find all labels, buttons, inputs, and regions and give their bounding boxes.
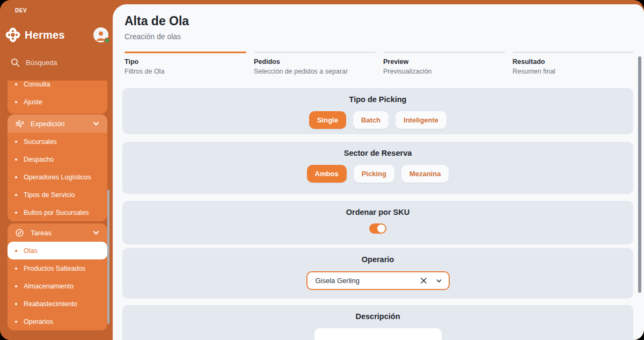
page-title: Alta de Ola	[125, 14, 189, 28]
sidebar-item-operadores-logisticos[interactable]: Operadores Logísticos	[8, 168, 107, 186]
step-progress-bar	[125, 52, 246, 53]
brand-name: Hermes	[25, 29, 65, 41]
option-batch-button[interactable]: Batch	[353, 111, 389, 129]
section-title: Operario	[122, 248, 633, 264]
bullet-icon	[15, 303, 17, 305]
user-avatar[interactable]	[93, 27, 108, 42]
app-shell: DEV Hermes	[0, 0, 644, 340]
option-picking-button[interactable]: Picking	[354, 165, 394, 183]
close-icon	[420, 277, 427, 284]
bullet-icon	[15, 141, 17, 143]
chevron-down-icon	[436, 278, 442, 284]
bullet-icon	[15, 83, 17, 85]
wind-icon	[15, 119, 24, 128]
sidebar-item-reabastecimiento[interactable]: Reabastecimiento	[8, 295, 107, 313]
stepper: Tipo Filtros de Ola Pedidos Selección de…	[125, 52, 634, 75]
sidebar-item-label: Productos Salteados	[24, 265, 85, 272]
step-sublabel: Previsualización	[383, 68, 505, 75]
chevron-down-icon	[92, 120, 100, 127]
sidebar-item-label: Consulta	[24, 81, 50, 88]
step-pedidos[interactable]: Pedidos Selección de pedidos a separar	[254, 52, 376, 75]
sidebar-item-label: Reabastecimiento	[24, 300, 77, 308]
section-title: Ordenar por SKU	[122, 201, 633, 216]
bullet-icon	[15, 194, 17, 196]
sidebar-item-label: Bultos por Sucursales	[24, 209, 89, 216]
bullet-icon	[15, 101, 17, 103]
sidebar-item-label: Operadores Logísticos	[24, 173, 91, 181]
sidebar-item-olas[interactable]: Olas	[8, 242, 107, 259]
menu-group-1: Consulta Ajuste	[8, 81, 107, 114]
option-inteligente-button[interactable]: Inteligente	[396, 111, 447, 129]
sidebar-group-expedicion[interactable]: Expedición	[8, 114, 107, 133]
sidebar-group-label: Expedición	[31, 120, 92, 128]
page-subtitle: Creación de olas	[125, 32, 181, 41]
operario-select[interactable]: Gisela Gerling	[306, 271, 450, 290]
sidebar-item-label: Almacenamiento	[24, 283, 74, 290]
step-sublabel: Resumen final	[513, 68, 634, 75]
step-label: Resultado	[513, 58, 634, 66]
sidebar-group-tareas[interactable]: Tareas	[8, 223, 107, 242]
bullet-icon	[15, 158, 17, 161]
sidebar-item-ajuste[interactable]: Ajuste	[8, 93, 107, 111]
main-content: Alta de Ola Creación de olas Tipo Filtro…	[113, 4, 644, 340]
sidebar-item-operarios[interactable]: Operarios	[8, 313, 107, 330]
section-tipo-de-picking: Tipo de Picking Single Batch Inteligente	[122, 88, 633, 134]
step-label: Tipo	[125, 58, 246, 66]
step-resultado[interactable]: Resultado Resumen final	[513, 52, 634, 75]
sidebar-item-tipos-de-servicio[interactable]: Tipos de Servicio	[8, 186, 107, 204]
search-field[interactable]: Búsqueda	[11, 58, 57, 67]
env-badge: DEV	[15, 8, 27, 13]
step-sublabel: Filtros de Ola	[125, 68, 246, 75]
dropdown-caret-button[interactable]	[436, 278, 442, 284]
sidebar-item-consulta[interactable]: Consulta	[8, 81, 107, 93]
sidebar-item-label: Sucursales	[24, 138, 57, 146]
ordenar-por-sku-toggle[interactable]	[369, 223, 386, 234]
bullet-icon	[15, 250, 17, 252]
sidebar-item-label: Tipos de Servicio	[24, 191, 75, 199]
sidebar-item-productos-salteados[interactable]: Productos Salteados	[8, 259, 107, 277]
option-ambos-button[interactable]: Ambos	[307, 165, 347, 183]
section-title: Descripción	[122, 305, 633, 321]
sidebar-item-label: Ajuste	[24, 98, 42, 106]
option-single-button[interactable]: Single	[309, 111, 346, 129]
step-progress-bar	[383, 52, 505, 53]
hermes-logo-icon	[5, 27, 20, 42]
section-descripcion: Descripción	[122, 305, 633, 340]
step-progress-bar	[513, 52, 634, 53]
menu-group-tareas: Tareas Olas Productos Salteados Almacena…	[8, 223, 107, 330]
sidebar-item-label: Operarios	[24, 318, 53, 325]
sidebar-item-despacho[interactable]: Despacho	[8, 150, 107, 168]
sidebar-scrollbar[interactable]	[107, 190, 109, 324]
clear-selection-button[interactable]	[420, 277, 427, 284]
descripcion-input[interactable]	[314, 328, 442, 340]
bullet-icon	[15, 176, 17, 178]
bullet-icon	[15, 212, 17, 214]
section-operario: Operario Gisela Gerling	[122, 248, 633, 299]
option-mezanina-button[interactable]: Mezanina	[401, 165, 449, 183]
sidebar-item-bultos-por-sucursales[interactable]: Bultos por Sucursales	[8, 204, 107, 221]
chevron-down-icon	[92, 229, 100, 236]
search-icon	[11, 58, 20, 67]
section-title: Sector de Reserva	[122, 142, 633, 157]
menu-group-expedicion: Expedición Sucursales Despacho Operadore…	[8, 114, 107, 221]
sidebar-group-label: Tareas	[31, 229, 92, 237]
sidebar-item-sucursales[interactable]: Sucursales	[8, 133, 107, 150]
section-ordenar-por-sku: Ordenar por SKU	[122, 201, 633, 244]
step-tipo[interactable]: Tipo Filtros de Ola	[125, 52, 246, 75]
app-window: DEV Hermes	[0, 0, 644, 340]
search-placeholder: Búsqueda	[26, 59, 57, 67]
main-scrollbar[interactable]	[638, 56, 641, 293]
sidebar: DEV Hermes	[0, 0, 113, 340]
sidebar-menu: Consulta Ajuste Expedición	[0, 81, 113, 340]
toggle-knob	[377, 225, 385, 233]
sidebar-item-almacenamiento[interactable]: Almacenamiento	[8, 277, 107, 295]
sidebar-item-label: Despacho	[24, 156, 54, 163]
step-preview[interactable]: Preview Previsualización	[383, 52, 505, 75]
compass-icon	[15, 228, 24, 237]
step-label: Preview	[383, 58, 505, 66]
sidebar-item-label: Olas	[24, 247, 38, 255]
section-sector-de-reserva: Sector de Reserva Ambos Picking Mezanina	[122, 142, 633, 194]
step-label: Pedidos	[254, 58, 376, 66]
bullet-icon	[15, 321, 17, 323]
step-progress-bar	[254, 52, 376, 53]
